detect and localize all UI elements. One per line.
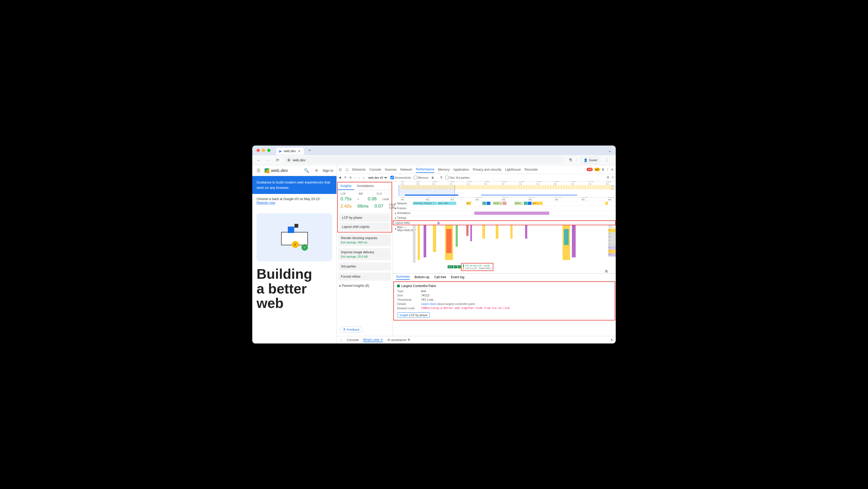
menu-icon[interactable]: ☰ xyxy=(255,167,261,174)
reload-record-icon[interactable]: ⟳ xyxy=(344,176,347,179)
search-icon[interactable]: 🔍 xyxy=(303,167,310,174)
related-node[interactable]: h3#building-a-better-web-together.hide-f… xyxy=(421,307,509,310)
home-icon[interactable]: ⌂ xyxy=(363,176,365,179)
io-text: Chrome is back at Google I/O on May 20-2… xyxy=(256,197,332,201)
drawer-ai[interactable]: AI assistance ⚗ xyxy=(387,338,410,342)
close-devtools-icon[interactable]: ✕ xyxy=(611,168,614,171)
devtools-tabs: ◰ ▢ Elements Console Sources Network Per… xyxy=(337,165,616,174)
screenshots-toggle[interactable]: Screenshots xyxy=(391,176,411,179)
perf-settings-icon[interactable]: ⚙ xyxy=(607,176,609,179)
insight-image-delivery[interactable]: Improve image deliveryEst savings: 25.0 … xyxy=(338,248,391,260)
overview-minimap[interactable]: 492 ms992 ms1,492 ms1,992 ms2,492 ms2,99… xyxy=(393,181,616,197)
insight-button[interactable]: Insight LCP by phase xyxy=(397,312,430,318)
traffic-lights[interactable] xyxy=(256,149,271,152)
collapse-icon[interactable]: ⇅ xyxy=(440,176,442,179)
register-link[interactable]: Register now xyxy=(256,201,275,205)
summary-panel: Largest Contentful Paint Typetext Size74… xyxy=(393,281,615,320)
add-tab-icon[interactable]: + xyxy=(308,148,311,153)
labs-icon[interactable]: ⚗ xyxy=(567,156,573,164)
tab-calltree[interactable]: Call tree xyxy=(434,275,446,279)
drawer-console[interactable]: Console xyxy=(347,338,359,342)
more-icon[interactable]: ⋮ xyxy=(606,168,609,171)
drawer-tabs: ⋮ Console What's new ✕ AI assistance ⚗ ✕ xyxy=(337,336,616,343)
tab-recorder[interactable]: Recorder xyxy=(525,167,538,173)
tab-bottomup[interactable]: Bottom-up xyxy=(414,275,429,279)
tab-memory[interactable]: Memory xyxy=(438,167,450,173)
download-icon[interactable]: ↓ xyxy=(359,176,360,179)
animations-track[interactable]: ▸ Animations xyxy=(393,211,616,215)
feedback-button[interactable]: ⚗ Feedback xyxy=(340,327,362,333)
tab-title: web.dev xyxy=(284,149,296,153)
browser-menu-icon[interactable]: ⋮ xyxy=(603,156,610,164)
timeline-area[interactable]: 492 ms992 ms1,492 ms1,992 ms2,492 ms2,99… xyxy=(393,181,616,336)
frames-track[interactable]: ▸ Frames xyxy=(393,206,616,211)
site-settings-icon[interactable]: ⚙ xyxy=(287,158,290,162)
tab-sources[interactable]: Sources xyxy=(385,167,397,173)
tabs-dropdown-icon[interactable]: ⌄ xyxy=(608,148,612,153)
tab-summary[interactable]: Summary xyxy=(396,275,410,280)
insight-lcp-phase[interactable]: LCP by phase xyxy=(339,214,390,222)
insight-cls-culprits[interactable]: Layout shift culprits xyxy=(339,223,390,231)
passed-insights[interactable]: ▸ Passed insights (6) xyxy=(337,282,393,290)
close-tab-icon[interactable]: ✕ xyxy=(298,149,301,153)
back-icon[interactable]: ← xyxy=(255,157,262,164)
insight-3rd-parties[interactable]: 3rd parties xyxy=(338,262,391,270)
browser-tab[interactable]: ▶ web.dev ✕ xyxy=(276,147,304,154)
warnings-badge[interactable]: ▸1 xyxy=(594,168,600,171)
lcp-callout: 747.10 ms LCP - Local 2.42 s LCP - Field… xyxy=(461,263,493,271)
errors-badge[interactable]: ✕2 xyxy=(587,168,593,171)
drawer-menu-icon[interactable]: ⋮ xyxy=(339,338,343,342)
cls-local: 0.08 xyxy=(368,196,376,202)
trash-icon[interactable]: 🗑 xyxy=(431,176,434,179)
tab-eventlog[interactable]: Event log xyxy=(451,275,464,279)
theme-icon[interactable]: ☀ xyxy=(313,167,319,174)
clear-icon[interactable]: ⊘ xyxy=(349,176,352,179)
device-icon[interactable]: ▢ xyxy=(345,168,348,171)
summary-tabs: Summary Bottom-up Call tree Event log xyxy=(393,274,616,281)
guest-button[interactable]: 👤 Guest xyxy=(581,157,600,164)
tab-lighthouse[interactable]: Lighthouse xyxy=(505,167,521,173)
tab-application[interactable]: Application xyxy=(453,167,469,173)
lcp-field: 2.42s xyxy=(340,204,352,209)
hero-line-1: Building xyxy=(256,267,332,281)
site-logo[interactable]: web.dev xyxy=(265,168,288,173)
hero-line-3: web xyxy=(256,296,332,311)
settings-icon[interactable]: ⚙ xyxy=(601,168,604,171)
address-bar: ← → ⟳ ⚙ web.dev ⚗ | 👤 Guest ⋮ xyxy=(252,155,616,165)
forward-icon: → xyxy=(265,157,272,164)
insight-forced-reflow[interactable]: Forced reflow xyxy=(338,272,391,281)
network-track[interactable]: ▸ Network ome-blue_720.png ature_480... … xyxy=(393,201,616,206)
record-icon[interactable]: ◉ xyxy=(339,176,342,179)
inp-local: - xyxy=(358,196,362,202)
memory-toggle[interactable]: Memory xyxy=(414,176,429,179)
tab-performance[interactable]: Performance xyxy=(416,166,434,173)
tab-elements[interactable]: Elements xyxy=(352,167,366,173)
tab-network[interactable]: Network xyxy=(400,167,412,173)
main-thread-track[interactable]: ▾ Main — https://web.dev/ xyxy=(393,225,616,274)
url-input[interactable]: ⚙ web.dev xyxy=(283,156,564,164)
help-icon[interactable]: ? xyxy=(612,176,614,179)
reload-icon[interactable]: ⟳ xyxy=(275,156,280,164)
hero-line-2: a better xyxy=(256,281,332,296)
signin-button[interactable]: Sign in xyxy=(322,169,333,173)
drawer-close-icon[interactable]: ✕ xyxy=(610,338,613,342)
hero-illustration: ✓ ✓ xyxy=(256,213,332,261)
annotations-tab[interactable]: Annotations xyxy=(354,182,376,190)
drawer-whatsnew[interactable]: What's new ✕ xyxy=(363,338,383,342)
window-titlebar: ▶ web.dev ✕ + ⌄ xyxy=(252,146,616,155)
upload-icon[interactable]: ↑ xyxy=(354,176,356,179)
cls-field: 0.07 xyxy=(374,204,383,209)
recording-select[interactable]: web.dev #2 xyxy=(367,176,388,179)
timings-track[interactable]: ▸ Timings xyxy=(393,215,616,221)
page-banner: Guidance to build modern web experiences… xyxy=(252,176,337,194)
tab-privacy[interactable]: Privacy and security xyxy=(473,167,501,173)
dim-toggle[interactable]: Dim 3rd parties xyxy=(445,176,469,179)
lcp-local: 0.75s xyxy=(340,196,352,202)
insights-tab[interactable]: Insights xyxy=(338,182,354,190)
layout-shifts-track[interactable]: Layout shifts xyxy=(393,221,616,225)
learn-more-link[interactable]: Learn more xyxy=(421,302,436,306)
inspect-icon[interactable]: ◰ xyxy=(339,168,342,171)
insight-render-blocking[interactable]: Render blocking requestsEst savings: 408… xyxy=(338,234,391,246)
page-content: ☰ web.dev 🔍 ☀ Sign in Guidance to build … xyxy=(252,165,337,343)
tab-console[interactable]: Console xyxy=(369,167,381,173)
